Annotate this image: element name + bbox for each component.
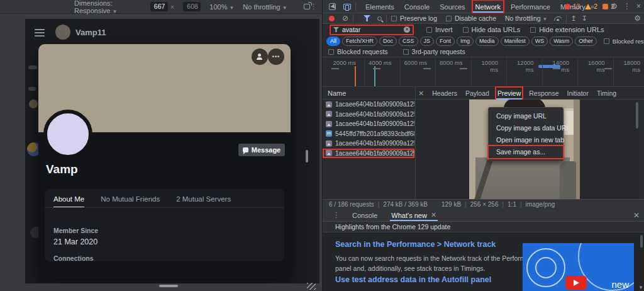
filter-type-doc[interactable]: Doc [379, 37, 397, 46]
drawer-menu-icon[interactable]: ⋮ [333, 211, 340, 219]
throttling-dropdown[interactable]: No throttling▼ [243, 3, 287, 11]
console-badges: 13 2 2 [565, 3, 614, 10]
request-row[interactable]: 1acaee6404b1fa909009a125c4... [323, 100, 414, 110]
viewport-height-input[interactable]: 608 [183, 2, 201, 11]
blocked-requests-checkbox[interactable]: Blocked requests [328, 48, 388, 55]
record-network-log-icon[interactable] [329, 16, 335, 21]
network-throttling-dropdown[interactable]: No throttling▼ [505, 14, 548, 22]
filter-icon[interactable] [364, 15, 370, 21]
filter-type-css[interactable]: CSS [399, 37, 418, 46]
drawer-tab-whats-new[interactable]: What's new ✕ [390, 209, 438, 221]
name-column-header[interactable]: Name [328, 89, 346, 97]
detail-tab-response[interactable]: Response [528, 88, 560, 100]
scroll-down-arrow-icon[interactable]: ▼ [638, 285, 643, 290]
network-conditions-icon[interactable] [554, 16, 562, 21]
filter-type-js[interactable]: JS [420, 37, 435, 46]
whats-new-link-autofill[interactable]: Use test address data in the Autofill pa… [335, 275, 491, 284]
detail-tab-timing[interactable]: Timing [596, 88, 618, 100]
devtools-tab-console[interactable]: Console [402, 1, 432, 13]
detail-tab-payload[interactable]: Payload [464, 88, 491, 100]
request-row[interactable]: 1acaee6404b1fa909009a125c4... [323, 139, 414, 149]
third-party-requests-checkbox[interactable]: 3rd-party requests [403, 48, 465, 55]
devtools-tab-elements[interactable]: Elements [363, 1, 397, 13]
context-menu-item-open-image-in-new-tab[interactable]: Open image in new tab [489, 134, 563, 146]
add-friend-button[interactable] [252, 48, 268, 65]
hamburger-menu-icon[interactable] [35, 29, 45, 37]
detail-tab-headers[interactable]: Headers [431, 88, 458, 100]
message-button[interactable]: Message [238, 144, 285, 156]
filter-type-wasm[interactable]: Wasm [550, 37, 573, 46]
profile-display-name: Vamp [46, 163, 78, 176]
detail-tab-preview[interactable]: Preview [496, 88, 522, 100]
network-timeline[interactable]: 2000 ms4000 ms6000 ms8000 ms10000 ms1200… [323, 57, 644, 87]
hide-extension-urls-checkbox[interactable]: Hide extension URLs [530, 26, 604, 33]
network-filter-input[interactable]: avatar ✕ [330, 25, 414, 35]
profile-tab-2-mutual-servers[interactable]: 2 Mutual Servers [176, 195, 231, 208]
zoom-dropdown[interactable]: 100%▼ [209, 3, 234, 11]
drawer-tab-console[interactable]: Console [351, 210, 379, 221]
blocked-response-cookies-checkbox[interactable]: Blocked response cookies [604, 38, 644, 45]
context-menu-item-copy-image-as-data-uri[interactable]: Copy image as data URI [489, 122, 563, 134]
viewport-width-input[interactable]: 667 [150, 2, 168, 11]
request-row[interactable]: 1acaee6404b1fa909009a125c4... [323, 119, 414, 129]
whats-new-link-performance[interactable]: Search in the Performance > Network trac… [335, 240, 496, 249]
youtube-play-icon[interactable] [565, 276, 587, 290]
warning-count[interactable]: 2 [594, 3, 597, 10]
filter-type-ws[interactable]: WS [531, 37, 548, 46]
resource-size: 129 kB [441, 201, 461, 208]
export-har-icon[interactable]: ↧ [582, 14, 587, 23]
detail-tab-initiator[interactable]: Initiator [566, 88, 590, 100]
filter-type-all[interactable]: All [326, 37, 340, 46]
network-activity-mark [331, 68, 339, 69]
viewport-resize-handle[interactable] [159, 285, 178, 287]
close-drawer-icon[interactable]: ✕ [633, 211, 640, 220]
drawer-scrollbar[interactable] [640, 235, 643, 248]
context-menu-item-save-image-as[interactable]: Save image as... [489, 146, 563, 158]
search-icon[interactable] [377, 16, 382, 21]
rotate-viewport-icon[interactable] [304, 4, 310, 9]
filter-type-img[interactable]: Img [457, 37, 474, 46]
disable-cache-checkbox[interactable]: Disable cache [446, 14, 496, 22]
viewport-corner-grip[interactable] [307, 283, 316, 290]
profile-avatar[interactable] [43, 110, 92, 159]
error-count[interactable]: 13 [573, 3, 580, 10]
devtools-more-icon[interactable]: ⋮ [623, 2, 631, 11]
dimensions-dropdown[interactable]: Dimensions: Responsive▼ [74, 0, 144, 14]
whats-new-video-thumbnail[interactable]: new [523, 243, 634, 291]
viewport-scrollbar[interactable] [306, 150, 308, 163]
devtools-tab-network[interactable]: Network [473, 1, 503, 13]
hide-data-urls-checkbox[interactable]: Hide data URLs [463, 26, 521, 33]
filter-type-fetch-xhr[interactable]: Fetch/XHR [342, 37, 377, 46]
filter-type-other[interactable]: Other [575, 37, 597, 46]
inspect-element-icon[interactable] [329, 3, 336, 10]
clear-network-log-icon[interactable]: ⊘ [342, 15, 348, 21]
warning-icon[interactable] [585, 4, 591, 9]
request-row[interactable]: 5445ffd7ffb201a98393cbdf684... [323, 129, 414, 139]
preserve-log-checkbox[interactable]: Preserve log [391, 14, 437, 22]
filter-type-font[interactable]: Font [436, 37, 455, 46]
profile-tab-about-me[interactable]: About Me [53, 195, 84, 208]
close-detail-pane-icon[interactable]: ✕ [418, 89, 424, 98]
preview-scrollbar[interactable] [636, 102, 638, 128]
request-row[interactable]: 1acaee6404b1fa909009a125c4... [323, 149, 414, 159]
import-har-icon[interactable]: ↥ [571, 14, 577, 23]
profile-tab-no-mutual-friends[interactable]: No Mutual Friends [101, 195, 160, 208]
channel-avatar[interactable] [55, 25, 70, 40]
device-toolbar-toggle-icon[interactable] [343, 4, 351, 9]
error-icon[interactable] [565, 4, 570, 9]
filter-type-manifest[interactable]: Manifest [501, 37, 530, 46]
devtools-close-icon[interactable]: × [636, 2, 641, 11]
profile-more-button[interactable]: ••• [268, 48, 284, 65]
timeline-gridline [577, 57, 578, 86]
context-menu-item-copy-image-url[interactable]: Copy image URL [489, 110, 563, 122]
filter-type-media[interactable]: Media [475, 37, 499, 46]
invert-checkbox[interactable]: Invert [426, 26, 453, 33]
devtools-tab-performance[interactable]: Performance [508, 1, 553, 13]
network-settings-icon[interactable]: ⚙ [634, 14, 641, 23]
clear-filter-icon[interactable]: ✕ [404, 26, 410, 33]
settings-gear-icon[interactable]: ⚙ [611, 2, 618, 11]
close-tab-icon[interactable]: ✕ [431, 211, 436, 219]
issues-icon[interactable] [602, 4, 608, 9]
devtools-tab-sources[interactable]: Sources [437, 1, 467, 13]
request-row[interactable]: 1acaee6404b1fa909009a125c4... [323, 110, 414, 120]
